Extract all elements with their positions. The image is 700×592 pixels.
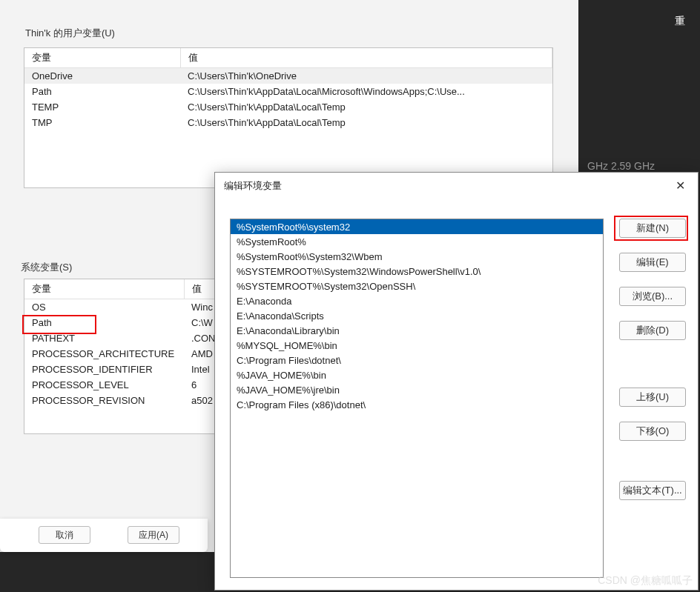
apply-button[interactable]: 应用(A) [128, 526, 179, 544]
user-vars-title: Thin'k 的用户变量(U) [21, 27, 119, 40]
col-header-value[interactable]: 值 [180, 48, 552, 68]
path-listbox[interactable]: %SystemRoot%\system32 %SystemRoot% %Syst… [230, 219, 604, 578]
edit-env-dialog: 编辑环境变量 ✕ %SystemRoot%\system32 %SystemRo… [214, 172, 699, 591]
move-up-button[interactable]: 上移(U) [619, 388, 686, 407]
delete-button[interactable]: 删除(D) [619, 321, 686, 340]
new-button[interactable]: 新建(N) [619, 219, 686, 238]
user-vars-table[interactable]: 变量 值 OneDriveC:\Users\Thin'k\OneDrive Pa… [24, 47, 553, 188]
list-item[interactable]: %SYSTEMROOT%\System32\WindowsPowerShell\… [231, 264, 603, 279]
list-item[interactable]: %SystemRoot%\System32\Wbem [231, 249, 603, 264]
edit-text-button[interactable]: 编辑文本(T)... [619, 481, 686, 500]
list-item[interactable]: %SYSTEMROOT%\System32\OpenSSH\ [231, 279, 603, 293]
col-header-variable[interactable]: 变量 [24, 48, 180, 68]
ghz-label: GHz 2.59 GHz [587, 160, 655, 172]
list-item[interactable]: E:\Anaconda [231, 293, 603, 308]
list-item[interactable]: %SystemRoot%\system32 [231, 219, 603, 234]
col-header-variable[interactable]: 变量 [24, 279, 184, 299]
table-row[interactable]: TMPC:\Users\Thin'k\AppData\Local\Temp [24, 115, 552, 130]
list-item[interactable]: %MYSQL_HOME%\bin [231, 338, 603, 353]
list-item[interactable]: E:\Anaconda\Library\bin [231, 323, 603, 338]
browse-button[interactable]: 浏览(B)... [619, 287, 686, 306]
table-row[interactable]: TEMPC:\Users\Thin'k\AppData\Local\Temp [24, 99, 552, 115]
taskmgr-button[interactable]: 重 [675, 15, 685, 28]
dialog-title: 编辑环境变量 [224, 173, 282, 199]
move-down-button[interactable]: 下移(O) [619, 422, 686, 441]
dialog-titlebar[interactable]: 编辑环境变量 ✕ [215, 173, 698, 199]
list-item[interactable]: C:\Program Files (x86)\dotnet\ [231, 397, 603, 412]
system-vars-title: 系统变量(S) [21, 261, 72, 274]
close-icon[interactable]: ✕ [671, 173, 689, 199]
list-item[interactable]: %JAVA_HOME%\bin [231, 367, 603, 382]
list-item[interactable]: %SystemRoot% [231, 234, 603, 249]
table-row[interactable]: PathC:\Users\Thin'k\AppData\Local\Micros… [24, 84, 552, 99]
list-item[interactable]: %JAVA_HOME%\jre\bin [231, 382, 603, 397]
cancel-button[interactable]: 取消 [39, 526, 90, 544]
table-row[interactable]: OneDriveC:\Users\Thin'k\OneDrive [24, 68, 552, 84]
list-item[interactable]: E:\Anaconda\Scripts [231, 308, 603, 323]
list-item[interactable]: C:\Program Files\dotnet\ [231, 353, 603, 367]
edit-button[interactable]: 编辑(E) [619, 253, 686, 272]
